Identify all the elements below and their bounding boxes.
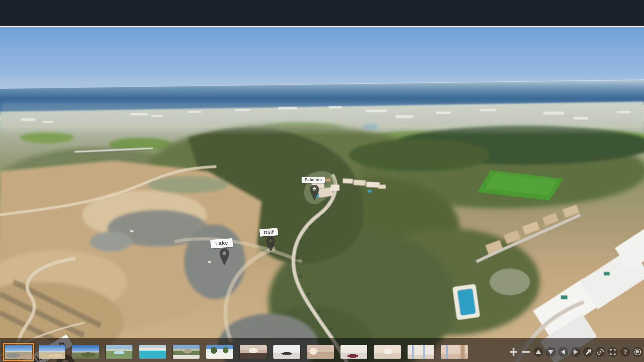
pan-up-button[interactable] (533, 347, 544, 357)
map-pin-icon[interactable] (219, 248, 230, 265)
pan-left-button[interactable] (558, 347, 569, 357)
minus-icon (522, 348, 530, 356)
map-pin-icon[interactable] (266, 237, 275, 252)
gyro-button[interactable] (632, 347, 643, 357)
triangle-up-icon (535, 349, 541, 355)
drag-mode-button[interactable] (583, 347, 593, 357)
cursor-icon (584, 348, 592, 356)
thumbnail-aerial-green-hills[interactable] (72, 345, 99, 359)
thumbnail-living-room[interactable] (240, 345, 267, 359)
thumbnail-aerial-site-main[interactable] (3, 343, 34, 361)
help-button[interactable]: ? (620, 347, 631, 357)
triangle-right-icon (573, 349, 579, 355)
dot-circle-icon (634, 348, 641, 356)
map-pin-icon[interactable] (310, 185, 319, 200)
autorotate-button[interactable] (595, 347, 606, 357)
hotspot-golf[interactable]: Golf (259, 228, 278, 237)
thumbnail-white-terrace[interactable] (206, 345, 233, 359)
zoom-out-button[interactable] (521, 347, 531, 357)
svg-text:?: ? (624, 349, 627, 355)
panorama-viewport[interactable]: Lake Club Palmitos Golf Lake (0, 26, 644, 362)
thumbnail-strip (5, 345, 468, 359)
viewer-toolbar: ? (0, 338, 644, 362)
zoom-in-button[interactable] (508, 347, 519, 357)
aerial-panorama-image (0, 27, 644, 362)
thumbnail-pool-terrace[interactable] (139, 345, 166, 359)
thumbnail-bedroom-arch[interactable] (307, 345, 334, 359)
hotspot-palmitos[interactable]: Palmitos (302, 177, 325, 183)
thumbnail-lagoon-pool[interactable] (106, 345, 132, 359)
triangle-down-icon (548, 349, 554, 355)
pan-down-button[interactable] (545, 347, 556, 357)
thumbnail-aerial-site-sand[interactable] (39, 345, 65, 359)
fullscreen-button[interactable] (607, 347, 618, 357)
thumbnail-bathroom-windows[interactable] (408, 345, 434, 359)
control-buttons: ? (508, 347, 643, 357)
thumbnail-master-bedroom[interactable] (340, 345, 367, 359)
thumbnail-bedroom-suite[interactable] (441, 345, 468, 359)
plus-icon (509, 348, 518, 356)
viewer-stage: Lake Club Palmitos Golf Lake ? (0, 0, 644, 362)
triangle-left-icon (560, 349, 566, 355)
fullscreen-icon (609, 349, 616, 355)
thumbnail-bathroom-light[interactable] (374, 345, 401, 359)
hotspot-lake[interactable]: Lake (210, 238, 233, 249)
thumbnail-garden-villa[interactable] (173, 345, 200, 359)
top-bar (0, 0, 644, 26)
pan-right-button[interactable] (570, 347, 581, 357)
rotate-icon (597, 348, 604, 356)
thumbnail-dining-room[interactable] (273, 345, 300, 359)
question-icon: ? (622, 349, 629, 355)
